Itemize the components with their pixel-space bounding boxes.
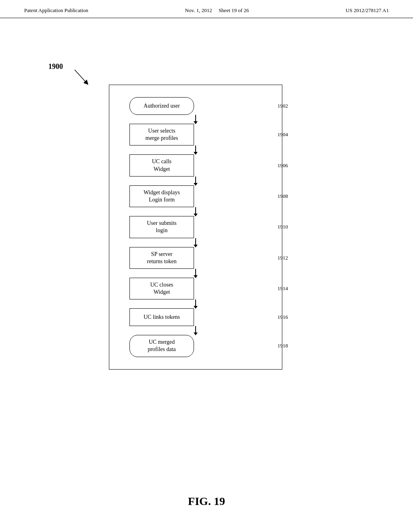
- header-center: Nov. 1, 2012 Sheet 19 of 26: [185, 7, 249, 14]
- node-shape-1910: User submitslogin: [129, 216, 194, 238]
- node-label-1902: 1902: [277, 103, 288, 109]
- node-shape-1912: SP serverreturns token: [129, 247, 194, 269]
- node-shape-1918: UC mergedprofiles data: [129, 335, 194, 357]
- node-1914: UC closesWidget 1914: [129, 278, 262, 299]
- node-1906: UC callsWidget 1906: [129, 154, 262, 176]
- node-label-1918: 1918: [277, 343, 288, 349]
- node-label-1904: 1904: [277, 131, 288, 138]
- node-1908: Widget displaysLogin form 1908: [129, 185, 262, 207]
- node-text-1906: UC callsWidget: [152, 158, 172, 172]
- header-date: Nov. 1, 2012: [185, 7, 212, 13]
- diagram-number-arrow: [60, 68, 93, 88]
- node-label-1910: 1910: [277, 224, 288, 230]
- arrow-1906-1908: [129, 177, 262, 185]
- header-sheet: Sheet 19 of 26: [219, 7, 249, 13]
- node-shape-1908: Widget displaysLogin form: [129, 185, 194, 207]
- figure-caption: FIG. 19: [188, 495, 225, 508]
- node-1910: User submitslogin 1910: [129, 216, 262, 238]
- arrow-1916-1918: [129, 326, 262, 335]
- node-shape-1902: Authorized user: [129, 97, 194, 115]
- node-text-1916: UC links tokens: [144, 314, 180, 321]
- arrow-1914-1916: [129, 299, 262, 308]
- node-1912: SP serverreturns token 1912: [129, 247, 262, 269]
- node-label-1916: 1916: [277, 314, 288, 320]
- node-label-1914: 1914: [277, 285, 288, 292]
- node-shape-1916: UC links tokens: [129, 308, 194, 326]
- node-text-1914: UC closesWidget: [150, 281, 173, 296]
- arrow-1904-1906: [129, 145, 262, 154]
- arrow-1912-1914: [129, 269, 262, 278]
- node-1902: Authorized user 1902: [129, 97, 262, 115]
- node-text-1918: UC mergedprofiles data: [148, 339, 176, 353]
- node-text-1904: User selectsmerge profiles: [146, 127, 178, 142]
- node-shape-1906: UC callsWidget: [129, 154, 194, 176]
- node-label-1906: 1906: [277, 162, 288, 169]
- arrow-1908-1910: [129, 207, 262, 216]
- node-label-1908: 1908: [277, 193, 288, 200]
- svg-line-0: [75, 70, 87, 83]
- node-1916: UC links tokens 1916: [129, 308, 262, 326]
- flowchart: Authorized user 1902 User selectsmerge p…: [109, 85, 282, 370]
- node-text-1910: User submitslogin: [147, 220, 177, 234]
- arrow-1910-1912: [129, 238, 262, 247]
- header-right: US 2012/278127 A1: [346, 7, 389, 14]
- node-text-1902: Authorized user: [144, 102, 180, 110]
- node-1918: UC mergedprofiles data 1918: [129, 335, 262, 357]
- node-label-1912: 1912: [277, 255, 288, 261]
- header-left: Patent Application Publication: [24, 7, 88, 14]
- page-header: Patent Application Publication Nov. 1, 2…: [0, 0, 413, 18]
- arrow-1902-1904: [129, 115, 262, 124]
- node-text-1912: SP serverreturns token: [147, 251, 176, 265]
- node-shape-1904: User selectsmerge profiles: [129, 124, 194, 145]
- node-shape-1914: UC closesWidget: [129, 278, 194, 299]
- node-1904: User selectsmerge profiles 1904: [129, 124, 262, 145]
- node-text-1908: Widget displaysLogin form: [144, 189, 180, 204]
